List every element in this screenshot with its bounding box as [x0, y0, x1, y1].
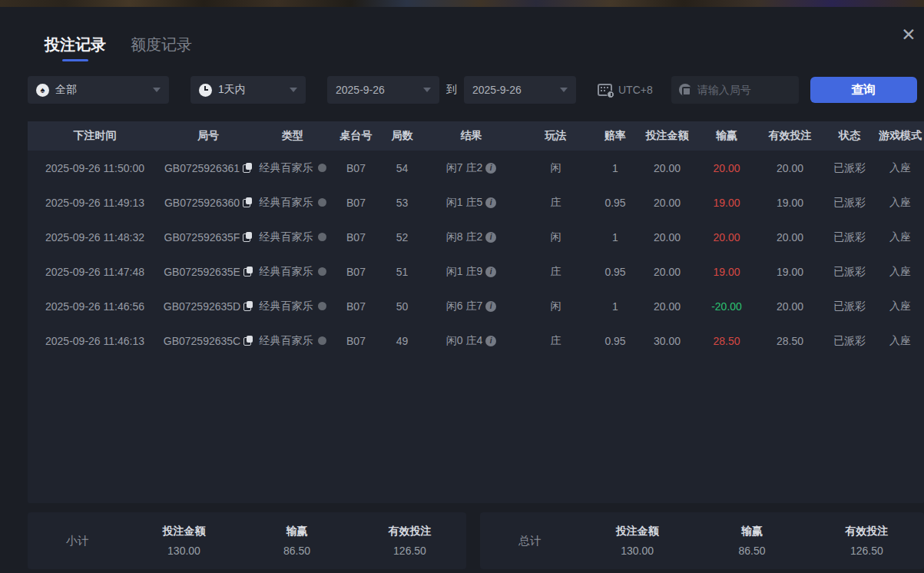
cell-result: 闲1 庄9	[423, 265, 519, 279]
cell-bet-amount: 20.00	[638, 300, 696, 313]
table-row[interactable]: 2025-09-26 11:47:48 GB072592635E 经典百家乐 B…	[28, 254, 924, 289]
column-header: 类型	[254, 129, 331, 143]
cell-result: 闲6 庄7	[423, 300, 519, 313]
table-row[interactable]: 2025-09-26 11:49:13 GB0725926360 经典百家乐 B…	[28, 185, 924, 220]
table-row[interactable]: 2025-09-26 11:48:32 GB072592635F 经典百家乐 B…	[28, 220, 924, 254]
cell-bet-amount: 20.00	[638, 197, 696, 209]
chevron-down-icon	[423, 88, 431, 92]
date-from-picker[interactable]: 2025-9-26	[327, 76, 439, 104]
cell-odds: 1	[592, 231, 638, 243]
date-range-to-label: 到	[446, 83, 457, 97]
cell-game-type: 经典百家乐	[254, 196, 331, 210]
timezone-label: UTC+8	[618, 84, 653, 96]
cell-win-loss: 28.50	[696, 335, 757, 347]
game-type-text: 经典百家乐	[260, 230, 313, 244]
game-type-text: 经典百家乐	[260, 265, 313, 279]
cell-game-mode: 入座	[876, 230, 924, 244]
info-icon[interactable]	[485, 301, 496, 312]
summary-item-label: 有效投注	[353, 525, 466, 538]
cell-odds: 0.95	[592, 335, 638, 347]
cell-win-loss: -20.00	[696, 300, 757, 313]
cell-game-type: 经典百家乐	[254, 230, 331, 244]
result-text: 闲7 庄2	[446, 161, 482, 175]
game-type-value: 全部	[55, 83, 77, 97]
cell-bet-time: 2025-09-26 11:47:48	[28, 266, 162, 278]
summary-item-value: 130.00	[128, 545, 240, 557]
cell-play-type: 庄	[519, 196, 592, 210]
cell-status: 已派彩	[823, 265, 876, 279]
game-type-dot-icon	[318, 233, 326, 241]
cell-bet-amount: 30.00	[638, 335, 696, 347]
summary-item: 输赢 86.50	[240, 525, 353, 557]
cell-round-number: 51	[381, 266, 423, 278]
info-icon[interactable]	[485, 197, 496, 208]
game-type-dot-icon	[318, 267, 326, 276]
round-number-input[interactable]	[697, 84, 791, 96]
cell-round-number: 50	[381, 300, 423, 313]
tab-quota-records[interactable]: 额度记录	[131, 35, 192, 57]
cell-game-mode: 入座	[876, 334, 924, 348]
summary-item: 有效投注 126.50	[353, 525, 466, 557]
summary-item-value: 86.50	[240, 545, 353, 557]
close-icon[interactable]: ✕	[896, 22, 921, 47]
copy-icon[interactable]	[243, 336, 253, 346]
cell-bet-time: 2025-09-26 11:46:56	[28, 300, 162, 313]
screen: ✕ 投注记录 额度记录 ♠ 全部 1天内 2025-9-26	[0, 0, 924, 573]
cell-round-number: 53	[381, 197, 423, 209]
cell-game-type: 经典百家乐	[254, 334, 331, 348]
table-row[interactable]: 2025-09-26 11:50:00 GB0725926361 经典百家乐 B…	[28, 151, 924, 185]
info-icon[interactable]	[485, 267, 496, 277]
cell-odds: 0.95	[592, 197, 638, 209]
time-range-select[interactable]: 1天内	[190, 76, 306, 104]
timezone-display: UTC+8	[598, 84, 653, 96]
cell-valid-bet: 20.00	[757, 300, 823, 313]
cell-status: 已派彩	[823, 334, 876, 348]
calendar-clock-icon	[598, 84, 612, 96]
cell-game-mode: 入座	[876, 265, 924, 279]
info-icon[interactable]	[485, 336, 496, 346]
chevron-down-icon	[290, 88, 297, 92]
subtotal-panel: 小计 投注金额 130.00 输赢 86.50 有效投注 126.50	[28, 512, 466, 569]
cell-valid-bet: 20.00	[757, 231, 823, 243]
copy-icon[interactable]	[243, 267, 253, 277]
info-icon[interactable]	[485, 232, 496, 243]
tab-bet-records[interactable]: 投注记录	[45, 35, 106, 57]
result-text: 闲0 庄4	[446, 334, 482, 348]
summary-item-label: 投注金额	[128, 525, 240, 538]
table-row[interactable]: 2025-09-26 11:46:13 GB072592635C 经典百家乐 B…	[28, 323, 924, 358]
spade-glyph: ♠	[41, 86, 45, 94]
table-row[interactable]: 2025-09-26 11:46:56 GB072592635D 经典百家乐 B…	[28, 289, 924, 323]
column-header: 赔率	[592, 129, 638, 143]
date-to-value: 2025-9-26	[472, 84, 522, 96]
game-type-text: 经典百家乐	[260, 161, 313, 175]
cell-valid-bet: 20.00	[757, 162, 823, 174]
cell-round-number: 54	[381, 162, 423, 174]
copy-icon[interactable]	[243, 301, 253, 311]
info-icon[interactable]	[485, 163, 496, 174]
cell-status: 已派彩	[823, 196, 876, 210]
subtotal-label: 小计	[28, 534, 128, 548]
cell-round-id: GB072592635E	[162, 266, 254, 278]
column-header: 局数	[381, 129, 423, 143]
copy-icon[interactable]	[243, 197, 252, 207]
active-tab-underline	[62, 59, 88, 61]
column-header: 局号	[162, 129, 254, 143]
copy-icon[interactable]	[243, 232, 252, 242]
summary-item: 投注金额 130.00	[580, 525, 694, 557]
cell-status: 已派彩	[823, 300, 876, 313]
game-type-dot-icon	[318, 198, 326, 207]
table-body: 2025-09-26 11:50:00 GB0725926361 经典百家乐 B…	[28, 151, 924, 358]
cell-play-type: 闲	[519, 161, 592, 175]
cell-game-mode: 入座	[876, 196, 924, 210]
cell-result: 闲1 庄5	[423, 196, 519, 210]
background-game-image	[0, 0, 924, 7]
cell-bet-time: 2025-09-26 11:50:00	[28, 162, 162, 174]
clock-icon	[199, 84, 212, 97]
game-type-select[interactable]: ♠ 全部	[28, 76, 169, 104]
summary-item-value: 126.50	[810, 545, 924, 557]
date-to-picker[interactable]: 2025-9-26	[464, 76, 576, 104]
summary-item-label: 输赢	[694, 525, 809, 538]
copy-icon[interactable]	[243, 163, 252, 173]
summary-item-value: 86.50	[694, 545, 809, 557]
search-button[interactable]: 查询	[810, 77, 917, 103]
